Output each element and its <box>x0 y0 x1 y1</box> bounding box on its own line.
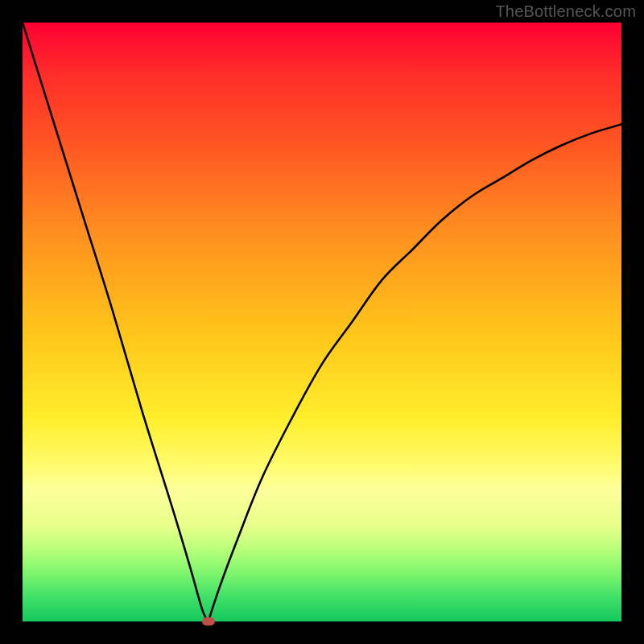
plot-area <box>23 23 621 621</box>
chart-frame: TheBottleneck.com <box>0 0 644 644</box>
watermark-text: TheBottleneck.com <box>495 2 636 21</box>
minimum-marker <box>202 617 215 625</box>
